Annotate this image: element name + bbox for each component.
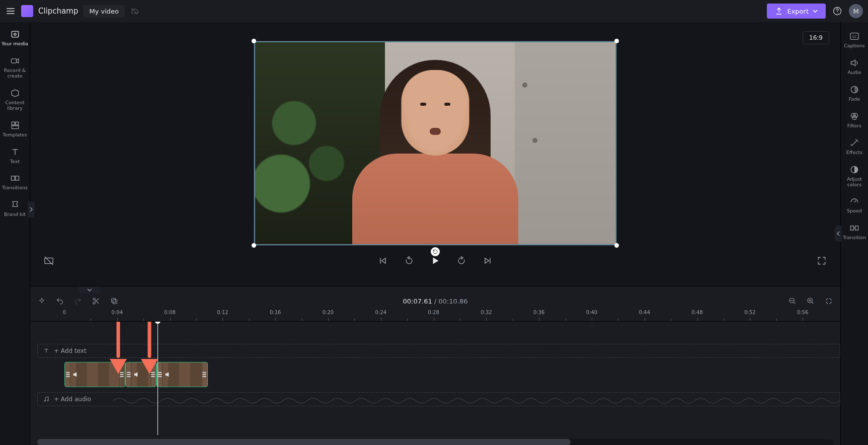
sidebar-item-content-library[interactable]: Content library bbox=[1, 84, 30, 116]
sidebar-label: Adjust colors bbox=[840, 177, 868, 188]
sidebar-label: Speed bbox=[847, 208, 862, 214]
undo-button[interactable] bbox=[55, 296, 64, 306]
svg-point-16 bbox=[44, 400, 45, 401]
transition-icon bbox=[849, 223, 859, 233]
sidebar-item-transitions[interactable]: Transitions bbox=[1, 169, 30, 196]
forward-button[interactable] bbox=[455, 254, 468, 267]
video-clip[interactable] bbox=[125, 362, 157, 387]
text-icon bbox=[10, 147, 20, 157]
sidebar-item-transition[interactable]: Transition bbox=[840, 219, 868, 246]
aspect-ratio-button[interactable]: 16:9 bbox=[803, 31, 829, 44]
sidebar-item-templates[interactable]: Templates bbox=[1, 116, 30, 143]
ruler-label: 0:16 bbox=[270, 310, 281, 315]
sidebar-label: Captions bbox=[844, 43, 865, 49]
auto-tool[interactable] bbox=[37, 296, 46, 306]
svg-point-10 bbox=[93, 298, 95, 300]
speaker-icon bbox=[849, 58, 859, 68]
left-sidebar: Your media Record & create Content libra… bbox=[0, 22, 30, 445]
split-button[interactable] bbox=[92, 296, 101, 306]
add-text-label: + Add text bbox=[54, 347, 87, 354]
media-icon bbox=[10, 29, 20, 39]
collapse-timeline-button[interactable] bbox=[78, 286, 101, 293]
help-button[interactable] bbox=[831, 5, 844, 18]
fullscreen-icon bbox=[817, 256, 827, 266]
timeline-scrollbar[interactable] bbox=[37, 439, 833, 445]
sidebar-item-captions[interactable]: CC Captions bbox=[840, 27, 868, 54]
svg-point-2 bbox=[14, 33, 16, 35]
svg-point-11 bbox=[93, 302, 95, 304]
play-icon bbox=[430, 255, 441, 266]
export-button[interactable]: Export bbox=[767, 4, 826, 19]
scrollbar-thumb[interactable] bbox=[37, 439, 571, 445]
sidebar-item-text[interactable]: Text bbox=[1, 143, 30, 170]
video-clip[interactable] bbox=[156, 362, 207, 387]
undo-icon bbox=[56, 297, 64, 305]
sidebar-item-fade[interactable]: Fade bbox=[840, 81, 868, 107]
svg-rect-4 bbox=[12, 122, 15, 125]
video-clip[interactable] bbox=[64, 362, 125, 387]
speed-icon bbox=[849, 196, 859, 206]
sidebar-item-your-media[interactable]: Your media bbox=[1, 25, 30, 52]
zoom-in-icon bbox=[807, 297, 815, 305]
ruler-label: 0:48 bbox=[691, 310, 702, 315]
sidebar-label: Text bbox=[10, 159, 20, 165]
captions-toggle[interactable] bbox=[42, 254, 55, 267]
sidebar-item-brand-kit[interactable]: Brand kit bbox=[1, 196, 30, 222]
svg-point-17 bbox=[47, 400, 48, 401]
play-button[interactable] bbox=[429, 254, 442, 267]
templates-icon bbox=[10, 120, 20, 130]
app-name: Clipchamp bbox=[38, 7, 78, 16]
svg-text:CC: CC bbox=[852, 35, 857, 39]
rewind-button[interactable] bbox=[403, 254, 416, 267]
sidebar-label: Record & create bbox=[1, 68, 30, 79]
chevron-down-icon bbox=[87, 288, 92, 292]
menu-button[interactable] bbox=[5, 6, 16, 17]
copy-icon bbox=[110, 297, 118, 305]
speaker-icon bbox=[133, 370, 141, 379]
forward-icon bbox=[456, 256, 466, 266]
ruler-label: 0:04 bbox=[112, 310, 123, 315]
wand-icon bbox=[849, 138, 859, 148]
timeline-ruler[interactable]: 00:040:080:120:160:200:240:280:320:360:4… bbox=[30, 309, 840, 322]
resize-handle-tr[interactable] bbox=[614, 39, 619, 43]
resize-handle-tl[interactable] bbox=[252, 39, 256, 43]
brand-icon bbox=[10, 200, 20, 210]
playhead[interactable] bbox=[157, 322, 158, 435]
sidebar-item-speed[interactable]: Speed bbox=[840, 192, 868, 219]
sidebar-label: Transitions bbox=[2, 185, 28, 191]
contrast-icon bbox=[849, 165, 859, 175]
sidebar-item-record-create[interactable]: Record & create bbox=[1, 52, 30, 84]
skip-back-icon bbox=[378, 256, 388, 266]
svg-rect-6 bbox=[12, 125, 18, 128]
sidebar-item-adjust-colors[interactable]: Adjust colors bbox=[840, 161, 868, 193]
cc-icon: CC bbox=[849, 31, 859, 41]
sidebar-item-filters[interactable]: Filters bbox=[840, 107, 868, 134]
next-frame-button[interactable] bbox=[481, 254, 494, 267]
fit-button[interactable] bbox=[824, 296, 833, 306]
copy-button[interactable] bbox=[110, 296, 119, 306]
ruler-label: 0:44 bbox=[639, 310, 650, 315]
project-name-input[interactable]: My video bbox=[83, 5, 125, 18]
sidebar-item-effects[interactable]: Effects bbox=[840, 134, 868, 161]
skip-forward-icon bbox=[483, 256, 493, 266]
video-preview[interactable] bbox=[254, 41, 616, 245]
fullscreen-button[interactable] bbox=[815, 254, 828, 267]
add-audio-label: + Add audio bbox=[54, 396, 91, 403]
zoom-out-button[interactable] bbox=[788, 296, 797, 306]
svg-rect-5 bbox=[15, 122, 18, 125]
ruler-label: 0:24 bbox=[375, 310, 386, 315]
filters-icon bbox=[849, 111, 859, 121]
current-time: 00:07.61 bbox=[403, 298, 432, 305]
svg-rect-25 bbox=[851, 226, 854, 230]
resize-handle-bl[interactable] bbox=[252, 243, 256, 248]
prev-frame-button[interactable] bbox=[376, 254, 389, 267]
help-icon bbox=[832, 6, 842, 16]
timeline-tracks[interactable]: + Add text + Add audio bbox=[30, 322, 840, 435]
sidebar-label: Content library bbox=[1, 100, 30, 111]
library-icon bbox=[10, 88, 20, 98]
user-avatar[interactable]: M bbox=[849, 4, 863, 18]
redo-button[interactable] bbox=[73, 296, 83, 306]
resize-handle-br[interactable] bbox=[614, 243, 619, 248]
zoom-in-button[interactable] bbox=[806, 296, 815, 306]
sidebar-item-audio[interactable]: Audio bbox=[840, 54, 868, 81]
